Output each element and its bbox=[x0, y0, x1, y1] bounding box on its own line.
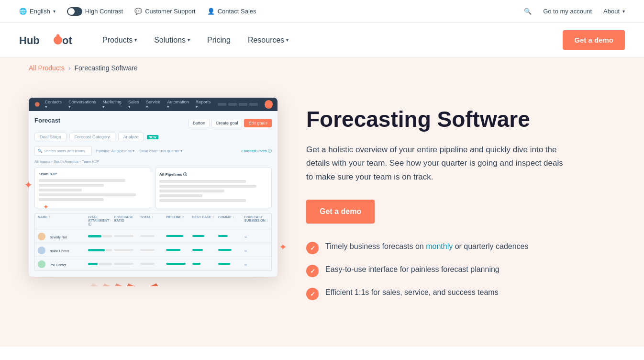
nav-item-solutions[interactable]: Solutions ▾ bbox=[147, 32, 197, 48]
search-button[interactable]: 🔍 bbox=[524, 8, 532, 15]
screenshot-row1-commit bbox=[218, 235, 242, 237]
screenshot-th-name: NAME ↕ bbox=[38, 215, 86, 227]
screenshot-inner-breadcrumb: All teams › South America › Team KJP bbox=[34, 159, 272, 164]
get-demo-nav-button[interactable]: Get a demo bbox=[563, 30, 625, 50]
diamond-sparkle-icon: ✦ bbox=[279, 241, 287, 253]
screenshot-placeholder-3 bbox=[39, 189, 82, 191]
screenshot-dot-4 bbox=[249, 103, 258, 106]
screenshot-placeholder-9 bbox=[159, 194, 202, 197]
screenshot-nav-conversations: Conversations ▾ bbox=[68, 100, 99, 109]
screenshot-bar-3 bbox=[88, 263, 98, 265]
screenshot-row3-best bbox=[192, 263, 216, 265]
screenshot-placeholder-4 bbox=[39, 193, 136, 196]
app-screenshot: Contacts ▾ Conversations ▾ Marketing ▾ S… bbox=[29, 98, 278, 277]
chat-icon: 💬 bbox=[134, 8, 142, 15]
about-label: About bbox=[603, 8, 620, 15]
feature-text-1: Timely business forecasts on monthly or … bbox=[325, 241, 529, 252]
feature-text-2: Easy-to-use interface for painless forec… bbox=[325, 264, 500, 275]
screenshot-row2-goal bbox=[88, 249, 112, 251]
hero-cta-button[interactable]: Get a demo bbox=[306, 200, 375, 224]
language-selector[interactable]: 🌐 English ▾ bbox=[19, 8, 56, 15]
screenshot-commit-bar-1 bbox=[218, 235, 228, 237]
screenshot-avatar-1 bbox=[38, 233, 45, 240]
screenshot-placeholder-6 bbox=[159, 180, 246, 183]
screenshot-body: Forecast Button Create goal Edit goals D… bbox=[29, 111, 278, 277]
screenshot-dot-1 bbox=[218, 103, 226, 106]
feature-item-3: ✓ Efficient 1:1s for sales, service, and… bbox=[306, 287, 615, 300]
hero-screenshot-container: ✦ ✦ ✦ Contacts ▾ Conversations ▾ Marketi… bbox=[29, 98, 278, 277]
screenshot-nav-automation: Automation ▾ bbox=[167, 100, 191, 109]
screenshot-bar-2 bbox=[88, 249, 105, 251]
screenshot-dot-3 bbox=[239, 103, 247, 106]
nav-item-products[interactable]: Products ▾ bbox=[96, 32, 144, 48]
toggle-switch[interactable] bbox=[67, 7, 82, 16]
screenshot-pipelines-title: All Pipelines ⓘ bbox=[159, 172, 267, 177]
high-contrast-toggle[interactable]: High Contrast bbox=[67, 7, 123, 16]
screenshot-forecast-users-link: Forecast users ⓘ bbox=[242, 148, 272, 154]
feature-item-1: ✓ Timely business forecasts on monthly o… bbox=[306, 241, 615, 254]
globe-icon: 🌐 bbox=[19, 8, 27, 15]
screenshot-edit-goals-btn: Edit goals bbox=[244, 119, 272, 127]
screenshot-bar-gray-3 bbox=[99, 263, 112, 265]
screenshot-name-1: Beverly Nor bbox=[49, 236, 67, 239]
screenshot-row2-best bbox=[192, 249, 216, 251]
about-menu[interactable]: About ▾ bbox=[603, 8, 625, 15]
logo-svg: Hub ot bbox=[19, 31, 77, 50]
screenshot-name-3: Phil Confer bbox=[49, 263, 66, 267]
person-icon: 👤 bbox=[207, 8, 215, 15]
main-nav: Hub ot Products ▾ Solutions ▾ Pricing Re… bbox=[0, 23, 644, 57]
screenshot-nav-service: Service ▾ bbox=[146, 100, 163, 109]
screenshot-nav-reports: Reports ▾ bbox=[196, 100, 214, 109]
utility-bar: 🌐 English ▾ High Contrast 💬 Customer Sup… bbox=[0, 0, 644, 23]
search-icon: 🔍 bbox=[524, 8, 532, 15]
screenshot-pipelines-panel: All Pipelines ⓘ bbox=[155, 168, 272, 208]
contact-sales-link[interactable]: 👤 Contact Sales bbox=[207, 8, 256, 15]
feature-list: ✓ Timely business forecasts on monthly o… bbox=[306, 241, 615, 300]
screenshot-row1-forecast: ✏ bbox=[244, 232, 268, 240]
screenshot-team-panel: Team KJP bbox=[34, 168, 151, 208]
svg-text:Hub: Hub bbox=[19, 34, 40, 46]
chevron-down-icon: ▾ bbox=[188, 37, 190, 43]
screenshot-nav-marketing: Marketing ▾ bbox=[102, 100, 124, 109]
hero-section: ✦ ✦ ✦ Contacts ▾ Conversations ▾ Marketi… bbox=[0, 79, 644, 347]
screenshot-dot-2 bbox=[228, 103, 237, 106]
screenshot-row1-best bbox=[192, 235, 216, 237]
utility-bar-left: 🌐 English ▾ High Contrast 💬 Customer Sup… bbox=[19, 7, 256, 16]
screenshot-forecast-title: Forecast bbox=[34, 117, 60, 124]
screenshot-bar-gray-2 bbox=[106, 249, 112, 251]
svg-text:ot: ot bbox=[62, 34, 72, 46]
screenshot-team-title: Team KJP bbox=[39, 172, 147, 176]
screenshot-filters: 🔍 Search users and teams Pipeline: All p… bbox=[34, 146, 272, 156]
svg-point-5 bbox=[35, 102, 40, 107]
monthly-link[interactable]: monthly bbox=[426, 242, 453, 250]
go-to-account-link[interactable]: Go to my account bbox=[543, 8, 592, 15]
screenshot-th-commit: COMMIT ↕ bbox=[218, 215, 242, 227]
screenshot-new-badge: NEW bbox=[147, 135, 158, 139]
breadcrumb-separator: › bbox=[68, 64, 71, 72]
hubspot-logo[interactable]: Hub ot bbox=[19, 31, 77, 50]
chevron-down-icon: ▾ bbox=[286, 37, 289, 43]
nav-item-resources[interactable]: Resources ▾ bbox=[241, 32, 295, 48]
screenshot-nav-bar: Contacts ▾ Conversations ▾ Marketing ▾ S… bbox=[29, 98, 278, 111]
screenshot-best-bar-1 bbox=[192, 235, 204, 237]
screenshot-placeholder-7 bbox=[159, 185, 256, 188]
feature-check-1: ✓ bbox=[306, 242, 319, 254]
screenshot-row2-total bbox=[140, 249, 164, 251]
utility-bar-right: 🔍 Go to my account About ▾ bbox=[524, 8, 625, 15]
screenshot-row2-name: Nolan Homer bbox=[38, 246, 86, 254]
screenshot-row3-coverage bbox=[114, 263, 138, 265]
breadcrumb-parent-link[interactable]: All Products bbox=[29, 64, 65, 72]
sparkle-icon-2: ✦ bbox=[43, 203, 49, 211]
customer-support-link[interactable]: 💬 Customer Support bbox=[134, 8, 196, 15]
screenshot-row2-coverage bbox=[114, 249, 138, 251]
screenshot-row2-pipeline bbox=[166, 249, 190, 251]
nav-item-pricing[interactable]: Pricing bbox=[200, 32, 237, 48]
chevron-down-icon: ▾ bbox=[622, 9, 625, 14]
screenshot-placeholder-1 bbox=[39, 179, 125, 182]
screenshot-nav-contacts: Contacts ▾ bbox=[45, 100, 65, 109]
products-label: Products bbox=[102, 36, 133, 45]
solutions-label: Solutions bbox=[154, 36, 186, 45]
screenshot-avatar-2 bbox=[38, 247, 45, 254]
screenshot-commit-bar-2 bbox=[218, 249, 232, 251]
screenshot-row1-total bbox=[140, 235, 164, 237]
